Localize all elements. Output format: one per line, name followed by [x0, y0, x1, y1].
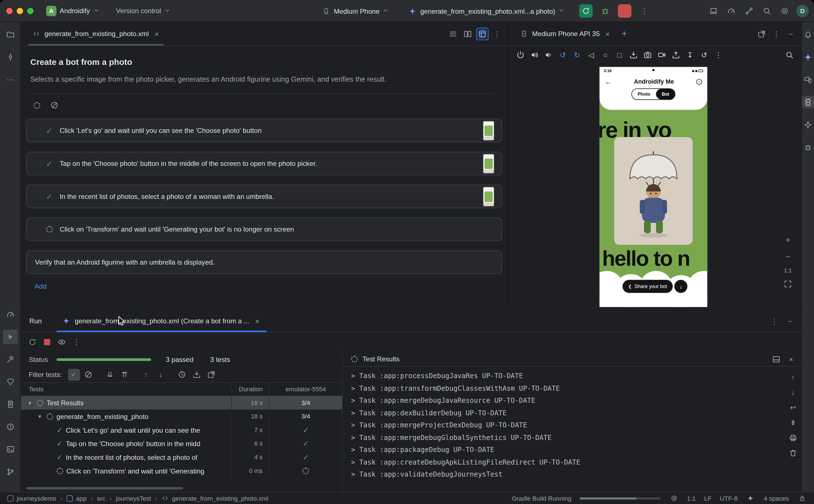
emulator-screen[interactable]: 3:16 ← Androidify Me i Photo Bot	[599, 67, 708, 308]
profiler-icon[interactable]	[725, 5, 738, 17]
step-thumbnail[interactable]	[483, 154, 494, 173]
scroll-down-icon[interactable]: ↓	[787, 386, 799, 398]
add-device-icon[interactable]: +	[618, 27, 631, 40]
running-devices-icon[interactable]	[802, 96, 814, 108]
close-window-button[interactable]	[6, 8, 12, 14]
tree-chevron-icon[interactable]: ▾	[36, 413, 43, 420]
console-output[interactable]: > Task :app:processDebugJavaRes UP-TO-DA…	[343, 368, 783, 492]
connections-icon[interactable]	[743, 5, 756, 17]
hide-panel-icon[interactable]: −	[785, 27, 797, 40]
breadcrumb-item[interactable]: app	[76, 494, 86, 502]
back-icon[interactable]: ◁	[584, 49, 598, 61]
show-options-eye-icon[interactable]	[55, 336, 68, 348]
gradle-tool-icon[interactable]	[3, 375, 17, 389]
notifications-bell-icon[interactable]	[802, 28, 814, 41]
more-tool-windows-icon[interactable]: ⋯	[3, 72, 17, 87]
show-ignored-toggle[interactable]	[83, 369, 95, 381]
project-widget[interactable]: A Androidify	[42, 3, 105, 18]
reset-icon[interactable]: ↺	[697, 49, 711, 61]
rerun-tests-icon[interactable]	[26, 336, 39, 348]
ai-status-icon[interactable]	[746, 494, 756, 503]
journey-step[interactable]: ✓In the recent list of photos, select a …	[26, 185, 502, 208]
device-pane-more-icon[interactable]: ⋮	[770, 27, 783, 40]
journey-step[interactable]: ✓Click 'Let's go' and wait until you can…	[26, 119, 502, 142]
tree-chevron-icon[interactable]: ▾	[26, 399, 34, 406]
app-back-icon[interactable]: ←	[605, 78, 611, 86]
export-results-icon[interactable]	[205, 369, 217, 381]
terminal-tool-icon[interactable]	[3, 442, 17, 456]
run-configuration-selector[interactable]: generate_from_existing_photo.xml...a pho…	[404, 3, 570, 19]
test-tree-row[interactable]: ✓In the recent list of photos, select a …	[21, 450, 342, 464]
profiler-tool-icon[interactable]	[3, 307, 17, 322]
editor-more-icon[interactable]: ⋮	[491, 27, 503, 40]
device-manager-icon[interactable]	[802, 73, 814, 86]
next-failed-icon[interactable]: ↓	[155, 369, 167, 381]
scroll-to-end-icon[interactable]: ⇟	[787, 416, 799, 428]
open-in-window-icon[interactable]	[756, 27, 768, 40]
file-lock-icon[interactable]	[797, 494, 807, 503]
add-step-button[interactable]: Add	[34, 282, 46, 290]
run-tool-icon[interactable]	[3, 329, 17, 344]
scroll-up-icon[interactable]: ↑	[787, 371, 799, 383]
expand-all-icon[interactable]: ⇊	[104, 369, 116, 381]
stop-tests-icon[interactable]	[41, 336, 53, 348]
home-icon[interactable]: ○	[598, 49, 612, 61]
volume-up-icon[interactable]	[528, 49, 542, 61]
journey-step[interactable]: Verify that an Android figurine with an …	[26, 251, 502, 274]
screen-record-icon[interactable]	[655, 49, 669, 61]
import-results-icon[interactable]	[191, 369, 203, 381]
test-tree-row[interactable]: ✓Click 'Let's go' and wait until you can…	[21, 423, 342, 437]
rotate-left-icon[interactable]: ↺	[556, 49, 570, 61]
stop-journey-icon[interactable]	[48, 99, 61, 112]
run-panel-more-icon[interactable]: ⋮	[768, 315, 780, 327]
journey-step[interactable]: ✓Tap on the 'Choose photo' button in the…	[26, 152, 502, 175]
close-console-icon[interactable]: ×	[785, 353, 797, 366]
device-tab[interactable]: Medium Phone API 35 ×	[513, 22, 618, 46]
stop-button[interactable]	[618, 4, 632, 18]
close-device-tab-icon[interactable]: ×	[603, 30, 612, 38]
toggle-layout-icon[interactable]	[770, 353, 783, 366]
test-tree-row[interactable]: ▾generate_from_existing_photo18 s3/4	[21, 409, 342, 423]
debug-button[interactable]	[599, 5, 612, 17]
push-file-icon[interactable]	[669, 49, 683, 61]
settings-gear-icon[interactable]	[778, 5, 791, 17]
horizontal-scrollbar[interactable]	[26, 487, 337, 489]
app-info-icon[interactable]: i	[696, 79, 702, 84]
emulator-more-icon[interactable]: ⋮	[711, 49, 725, 61]
indent-setting[interactable]: 4 spaces	[764, 494, 789, 502]
screenshot-icon[interactable]	[641, 49, 655, 61]
run-toolbar-more-icon[interactable]: ⋮	[70, 336, 83, 348]
close-tab-icon[interactable]: ×	[152, 30, 161, 38]
toggle-bot-button[interactable]: Bot	[656, 89, 675, 99]
zoom-mode-icon[interactable]	[783, 49, 796, 61]
save-snapshot-icon[interactable]: ↧	[683, 49, 697, 61]
breadcrumb-item[interactable]: generate_from_existing_photo.xml	[172, 494, 268, 502]
app-inspection-icon[interactable]	[802, 141, 814, 153]
problems-tool-icon[interactable]	[3, 420, 17, 434]
version-control-tool-icon[interactable]	[3, 465, 17, 479]
print-icon[interactable]	[787, 432, 799, 444]
design-view-icon[interactable]	[476, 27, 489, 40]
commit-tool-icon[interactable]	[3, 50, 17, 64]
overview-icon[interactable]: □	[613, 49, 626, 61]
clear-console-icon[interactable]	[787, 447, 799, 459]
test-history-icon[interactable]	[176, 369, 188, 381]
more-actions-icon[interactable]: ⋮	[638, 5, 651, 17]
close-run-tab-icon[interactable]: ×	[253, 317, 262, 325]
gemini-icon[interactable]	[802, 51, 814, 63]
install-apk-icon[interactable]	[627, 49, 640, 61]
test-tree-row[interactable]: ▾Test Results18 s3/4	[21, 396, 342, 410]
build-tool-icon[interactable]	[3, 352, 17, 367]
cancel-build-icon[interactable]	[669, 494, 679, 503]
test-tree-row[interactable]: ✓Tap on the 'Choose photo' button in the…	[21, 437, 342, 451]
journey-step[interactable]: Click on 'Transform' and wait until 'Gen…	[26, 218, 502, 241]
device-mirroring-icon[interactable]	[707, 5, 720, 17]
toggle-photo-button[interactable]: Photo	[632, 89, 656, 99]
caret-position[interactable]: 1:1	[687, 494, 696, 502]
device-selector[interactable]: Medium Phone	[317, 3, 394, 19]
previous-failed-icon[interactable]: ↑	[140, 369, 152, 381]
maximize-window-button[interactable]	[27, 8, 33, 14]
zoom-in-icon[interactable]: +	[782, 234, 794, 246]
rotate-right-icon[interactable]: ↻	[570, 49, 584, 61]
file-encoding[interactable]: UTF-8	[720, 494, 738, 502]
